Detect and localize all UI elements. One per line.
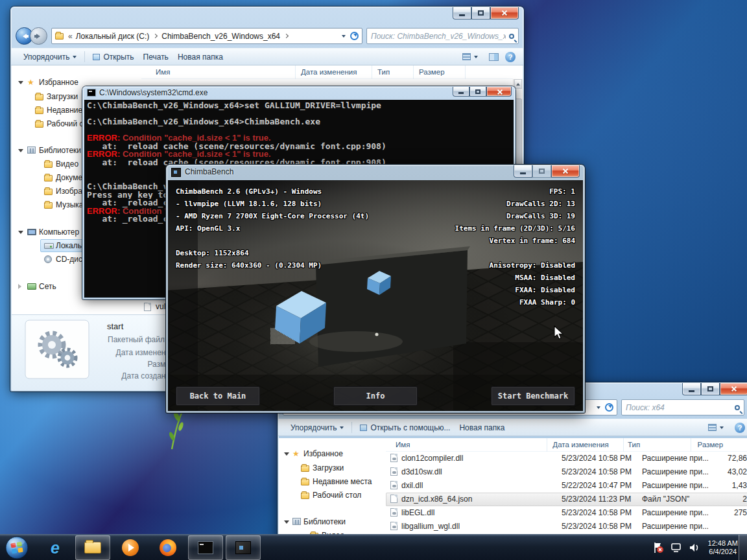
sidebar-item-libraries[interactable]: Библиотеки: [279, 515, 386, 528]
dropdown-arrow-icon: [340, 426, 344, 429]
sidebar-item-recent[interactable]: Недавние места: [279, 475, 386, 488]
drive-icon: [44, 243, 54, 249]
file-date: 5/23/2024 11:23 PM: [562, 495, 641, 504]
taskbar-firefox[interactable]: [150, 535, 185, 560]
close-icon: [562, 168, 569, 174]
forward-button[interactable]: [30, 27, 47, 45]
close-button[interactable]: [551, 165, 580, 178]
minimize-button[interactable]: [453, 7, 471, 19]
column-header-name[interactable]: Имя: [141, 65, 296, 79]
start-button[interactable]: [5, 536, 29, 559]
maximize-button[interactable]: [532, 165, 551, 178]
sidebar-label: Недавние места: [313, 477, 372, 486]
open-with-icon: [360, 425, 367, 431]
column-header-type[interactable]: Тип: [372, 65, 414, 79]
preview-pane-button[interactable]: [489, 53, 499, 61]
help-button[interactable]: ?: [505, 52, 516, 62]
file-row[interactable]: clon12compiler.dll5/23/2024 10:58 PMРасш…: [386, 452, 747, 465]
print-label: Печать: [143, 52, 169, 62]
folder-icon: [301, 493, 309, 499]
new-folder-button[interactable]: Новая папка: [455, 421, 509, 434]
start-benchmark-button[interactable]: Start Benchmark: [491, 386, 575, 406]
show-desktop-button[interactable]: [739, 535, 747, 560]
hud-line: DrawCalls 3D: 19: [455, 210, 575, 222]
terminal-line: C:\ChimbaBench_v26_Windows_x64>set GALLI…: [87, 102, 511, 110]
computer-icon: [27, 229, 36, 235]
refresh-icon[interactable]: [350, 32, 359, 40]
expander-icon[interactable]: [18, 81, 23, 84]
file-row-selected[interactable]: dzn_icd.x86_64.json5/23/2024 11:23 PMФай…: [386, 493, 747, 506]
sidebar-item-downloads[interactable]: Загрузки: [279, 461, 386, 474]
file-row[interactable]: libEGL.dll5/23/2024 10:58 PMРасширение п…: [386, 506, 747, 520]
sidebar-label: Библиотеки: [39, 146, 81, 155]
close-button[interactable]: [486, 87, 512, 97]
title-bar[interactable]: C:\Windows\system32\cmd.exe: [82, 86, 516, 100]
expander-icon[interactable]: [18, 149, 23, 152]
dll-file-icon: [390, 481, 397, 489]
sidebar-item-favorites[interactable]: ★Избранное: [279, 447, 386, 460]
expander-icon[interactable]: [284, 520, 289, 524]
minimize-button[interactable]: [514, 165, 532, 178]
maximize-button[interactable]: [471, 7, 490, 19]
search-box[interactable]: [621, 399, 744, 415]
refresh-icon[interactable]: [605, 403, 613, 412]
breadcrumb-collapse[interactable]: «: [66, 32, 75, 41]
help-button[interactable]: ?: [735, 423, 745, 433]
maximize-button[interactable]: [701, 383, 720, 395]
taskbar-windows-explorer[interactable]: [75, 535, 110, 560]
organize-menu[interactable]: Упорядочить: [286, 421, 348, 434]
close-button[interactable]: [720, 383, 747, 395]
file-name: dxil.dll: [401, 481, 556, 490]
change-view-button[interactable]: [458, 51, 482, 62]
info-button[interactable]: Info: [333, 386, 418, 406]
tray-icons[interactable]: [652, 541, 703, 554]
hud-line: FXAA: Disabled: [455, 284, 575, 296]
taskbar-chimbabench[interactable]: [226, 535, 261, 560]
star-icon: ★: [292, 450, 300, 458]
open-with-button[interactable]: Открыть с помощью...: [355, 421, 455, 434]
location-folder-icon: [55, 33, 64, 40]
expander-icon[interactable]: [18, 284, 21, 289]
expander-icon[interactable]: [284, 452, 289, 456]
file-row[interactable]: dxil.dll5/22/2024 10:47 PMРасширение при…: [386, 479, 747, 493]
column-header-size[interactable]: Размер: [414, 65, 466, 79]
sidebar-item-desktop[interactable]: Рабочий стол: [279, 489, 386, 502]
expander-icon[interactable]: [18, 231, 23, 234]
taskbar-cmd[interactable]: [188, 535, 223, 560]
folder-icon: [35, 121, 43, 128]
sidebar-label: Загрузки: [47, 92, 78, 101]
new-folder-button[interactable]: Новая папка: [173, 51, 228, 64]
sidebar-label: Музыка: [56, 200, 83, 209]
star-icon: ★: [27, 78, 34, 86]
file-row[interactable]: d3d10sw.dll5/23/2024 10:58 PMРасширение …: [386, 465, 747, 479]
minimize-button[interactable]: [453, 87, 469, 97]
print-button[interactable]: Печать: [139, 51, 173, 64]
address-history-dropdown-icon[interactable]: [597, 406, 600, 409]
open-button[interactable]: Открыть: [88, 51, 138, 64]
file-row[interactable]: libgallium_wgl.dll5/23/2024 10:58 PMРасш…: [386, 520, 747, 533]
search-input[interactable]: [626, 403, 731, 412]
address-history-dropdown-icon[interactable]: [342, 35, 346, 38]
explorer-toolbar: Упорядочить Открыть Печать Новая папка ?: [11, 48, 523, 65]
address-bar[interactable]: « Локальный диск (C:) ChimbaBench_v26_Wi…: [51, 28, 362, 44]
breadcrumb-folder[interactable]: ChimbaBench_v26_Windows_x64: [160, 32, 281, 41]
minimize-icon: [520, 172, 526, 174]
maximize-button[interactable]: [469, 87, 486, 97]
file-name: d3d10sw.dll: [401, 467, 556, 476]
close-button[interactable]: [490, 7, 519, 19]
search-input[interactable]: [371, 32, 506, 41]
toolbar-separator: [351, 422, 352, 433]
organize-menu[interactable]: Упорядочить: [19, 51, 81, 64]
desktop: « Локальный диск (C:) ChimbaBench_v26_Wi…: [0, 0, 747, 560]
minimize-button[interactable]: [682, 383, 701, 395]
change-view-button[interactable]: [704, 422, 728, 433]
taskbar-internet-explorer[interactable]: e: [38, 535, 73, 560]
views-icon: [462, 53, 471, 60]
taskbar-clock[interactable]: 12:48 AM 6/4/2024: [708, 539, 738, 556]
search-box[interactable]: [366, 28, 519, 44]
address-row: « Локальный диск (C:) ChimbaBench_v26_Wi…: [16, 27, 519, 45]
breadcrumb-drive[interactable]: Локальный диск (C:): [75, 32, 151, 41]
back-to-main-button[interactable]: Back to Main: [176, 386, 260, 406]
taskbar-media-player[interactable]: [113, 535, 148, 560]
column-header-date[interactable]: Дата изменения: [296, 65, 372, 79]
